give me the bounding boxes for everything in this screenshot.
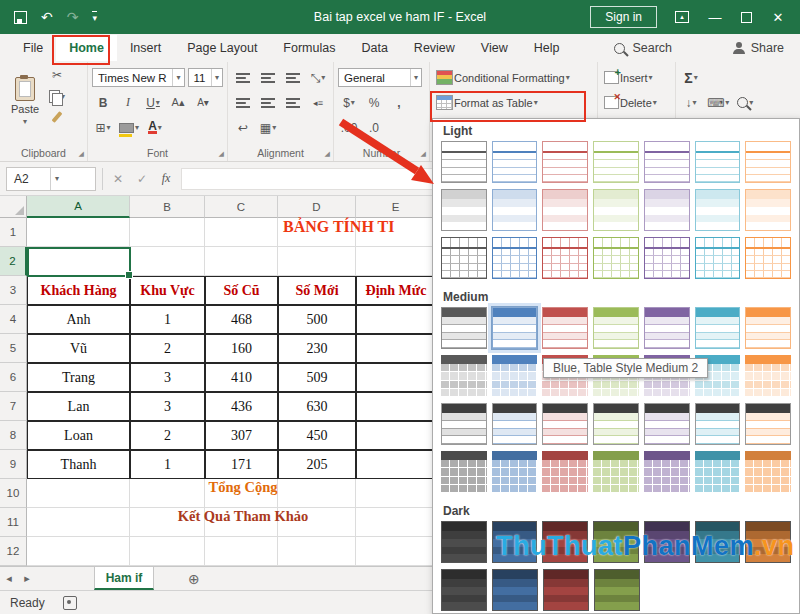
save-icon[interactable] — [14, 11, 27, 24]
row-header-6[interactable]: 6 — [0, 363, 27, 392]
table-style-thumbnail[interactable] — [745, 141, 791, 183]
cell-D6[interactable]: 509 — [278, 363, 356, 392]
cell-D11[interactable] — [278, 508, 356, 537]
cell-A4[interactable]: Anh — [27, 305, 130, 334]
table-style-thumbnail[interactable] — [745, 307, 791, 349]
table-style-thumbnail[interactable] — [492, 451, 538, 493]
font-dialog-launcher[interactable]: ◢ — [219, 150, 224, 158]
table-style-thumbnail[interactable] — [441, 355, 487, 397]
cell-B9[interactable]: 1 — [130, 450, 205, 479]
tab-formulas[interactable]: Formulas — [270, 35, 348, 61]
redo-icon[interactable]: ↷ — [67, 10, 79, 24]
sheet-tab-ham-if[interactable]: Ham if — [94, 567, 154, 590]
increase-decimal-button[interactable]: .00 — [338, 118, 360, 138]
table-style-thumbnail[interactable] — [745, 189, 791, 231]
align-left-button[interactable] — [232, 93, 254, 113]
wrap-text-button[interactable]: ↩ — [232, 118, 254, 138]
delete-cells-button[interactable]: Delete ▾ — [602, 93, 659, 113]
cell-A6[interactable]: Trang — [27, 363, 130, 392]
cell-B12[interactable] — [130, 537, 205, 566]
table-style-thumbnail[interactable] — [441, 237, 487, 279]
table-style-thumbnail[interactable] — [644, 451, 690, 493]
table-style-thumbnail[interactable] — [593, 237, 639, 279]
table-style-thumbnail[interactable] — [695, 189, 741, 231]
cancel-button[interactable]: ✕ — [109, 172, 127, 186]
align-right-button[interactable] — [282, 93, 304, 113]
cell-B6[interactable]: 3 — [130, 363, 205, 392]
fill-color-button[interactable]: ▾ — [117, 118, 141, 138]
font-color-button[interactable]: A▾ — [144, 118, 166, 138]
sheet-nav-right-icon[interactable]: ▸ — [18, 572, 36, 585]
table-style-thumbnail[interactable] — [441, 189, 487, 231]
table-style-thumbnail[interactable] — [492, 307, 538, 349]
table-style-thumbnail[interactable] — [593, 141, 639, 183]
table-style-thumbnail[interactable] — [695, 451, 741, 493]
number-dialog-launcher[interactable]: ◢ — [421, 150, 426, 158]
table-style-thumbnail[interactable] — [593, 521, 639, 563]
table-style-thumbnail[interactable] — [441, 403, 487, 445]
row-header-10[interactable]: 10 — [0, 479, 27, 508]
cell-C12[interactable] — [205, 537, 278, 566]
cell-B11[interactable] — [130, 508, 205, 537]
maximize-button[interactable] — [741, 12, 752, 23]
align-bottom-button[interactable] — [282, 68, 304, 88]
align-top-button[interactable] — [232, 68, 254, 88]
table-style-thumbnail[interactable] — [593, 403, 639, 445]
row-header-2[interactable]: 2 — [0, 247, 27, 276]
tab-home[interactable]: Home — [56, 35, 117, 61]
borders-button[interactable]: ⊞▾ — [92, 118, 114, 138]
cell-B4[interactable]: 1 — [130, 305, 205, 334]
table-style-thumbnail[interactable] — [441, 451, 487, 493]
tab-insert[interactable]: Insert — [117, 35, 174, 61]
name-box[interactable]: A2 ▾ — [6, 167, 96, 191]
cell-C9[interactable]: 171 — [205, 450, 278, 479]
orientation-button[interactable]: ⤡▾ — [307, 68, 329, 88]
row-header-3[interactable]: 3 — [0, 276, 27, 305]
table-style-thumbnail[interactable] — [593, 189, 639, 231]
merge-center-button[interactable]: ▦▾ — [257, 118, 279, 138]
cell-A12[interactable] — [27, 537, 130, 566]
cell-B5[interactable]: 2 — [130, 334, 205, 363]
format-painter-button[interactable] — [46, 107, 68, 127]
cell-E5[interactable] — [356, 334, 436, 363]
number-format-combo[interactable]: General ▾ — [338, 68, 422, 87]
cut-button[interactable]: ✂ — [46, 65, 68, 85]
cell-E6[interactable] — [356, 363, 436, 392]
row-header-11[interactable]: 11 — [0, 508, 27, 537]
cell-C7[interactable]: 436 — [205, 392, 278, 421]
cell-E9[interactable] — [356, 450, 436, 479]
cell-A11[interactable] — [27, 508, 130, 537]
row-header-8[interactable]: 8 — [0, 421, 27, 450]
table-style-thumbnail[interactable] — [492, 189, 538, 231]
cell-D3[interactable]: Số Mới — [278, 276, 356, 305]
cell-D12[interactable] — [278, 537, 356, 566]
column-header-E[interactable]: E — [356, 196, 436, 218]
tab-help[interactable]: Help — [521, 35, 573, 61]
cell-D7[interactable]: 630 — [278, 392, 356, 421]
cell-D5[interactable]: 230 — [278, 334, 356, 363]
row-header-7[interactable]: 7 — [0, 392, 27, 421]
table-style-thumbnail[interactable] — [492, 521, 538, 563]
increase-font-button[interactable]: A▴ — [167, 93, 189, 113]
search-box[interactable]: Search — [614, 41, 672, 55]
cell-E10[interactable] — [356, 479, 436, 508]
table-style-thumbnail[interactable] — [695, 403, 741, 445]
enter-button[interactable]: ✓ — [133, 172, 151, 186]
table-style-thumbnail[interactable] — [542, 403, 588, 445]
table-style-thumbnail[interactable] — [745, 237, 791, 279]
cell-C11[interactable] — [205, 508, 278, 537]
cell-B7[interactable]: 3 — [130, 392, 205, 421]
comma-style-button[interactable]: , — [388, 93, 410, 113]
cell-E11[interactable] — [356, 508, 436, 537]
table-style-thumbnail[interactable] — [745, 521, 791, 563]
table-style-thumbnail[interactable] — [492, 569, 538, 611]
table-style-thumbnail[interactable] — [542, 189, 588, 231]
table-style-thumbnail[interactable] — [542, 307, 588, 349]
cell-A7[interactable]: Lan — [27, 392, 130, 421]
table-style-thumbnail[interactable] — [593, 307, 639, 349]
add-sheet-button[interactable]: ⊕ — [188, 571, 200, 587]
table-style-thumbnail[interactable] — [593, 451, 639, 493]
decrease-decimal-button[interactable]: .0 — [363, 118, 385, 138]
table-style-thumbnail[interactable] — [441, 521, 487, 563]
cell-A5[interactable]: Vũ — [27, 334, 130, 363]
